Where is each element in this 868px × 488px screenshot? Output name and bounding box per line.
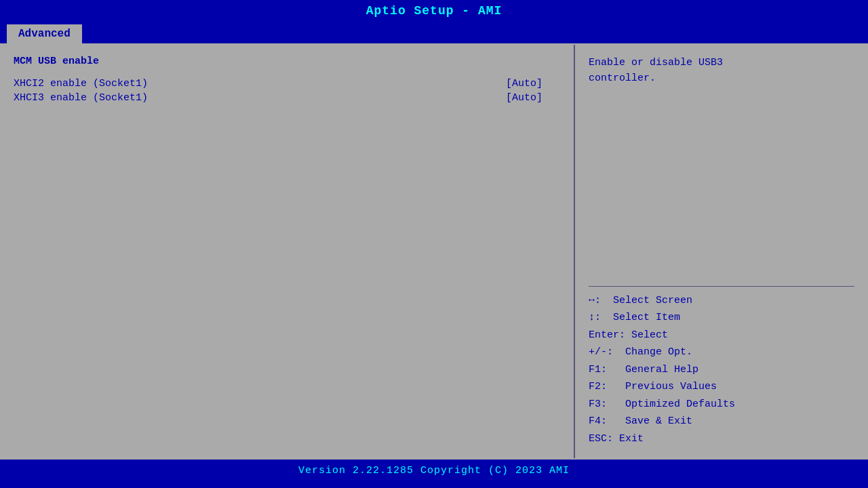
key-binding-select-item: ↕: Select Item bbox=[589, 309, 854, 327]
right-panel: Enable or disable USB3controller. ↔: Sel… bbox=[575, 45, 868, 458]
setting-label-xhci2: XHCI2 enable (Socket1) bbox=[14, 78, 506, 89]
main-content: MCM USB enable XHCI2 enable (Socket1) [A… bbox=[0, 43, 868, 458]
footer-text: Version 2.22.1285 Copyright (C) 2023 AMI bbox=[298, 465, 570, 476]
key-binding-enter: Enter: Select bbox=[589, 327, 854, 344]
key-help: ↔: Select Screen ↕: Select Item Enter: S… bbox=[589, 292, 854, 448]
app-title: Aptio Setup - AMI bbox=[0, 0, 868, 22]
tab-bar: Advanced bbox=[0, 22, 868, 43]
key-binding-select-screen: ↔: Select Screen bbox=[589, 292, 854, 310]
setting-value-xhci3: [Auto] bbox=[506, 92, 560, 104]
tab-advanced[interactable]: Advanced bbox=[7, 24, 82, 43]
title-text: Aptio Setup - AMI bbox=[366, 4, 502, 18]
key-binding-change-opt: +/-: Change Opt. bbox=[589, 344, 854, 361]
footer: Version 2.22.1285 Copyright (C) 2023 AMI bbox=[0, 458, 868, 481]
key-binding-f2: F2: Previous Values bbox=[589, 378, 854, 396]
key-binding-f1: F1: General Help bbox=[589, 361, 854, 379]
setting-label-xhci3: XHCI3 enable (Socket1) bbox=[14, 92, 506, 104]
left-panel: MCM USB enable XHCI2 enable (Socket1) [A… bbox=[0, 45, 575, 458]
key-binding-f3: F3: Optimized Defaults bbox=[589, 396, 854, 413]
key-binding-f4: F4: Save & Exit bbox=[589, 413, 854, 430]
section-title: MCM USB enable bbox=[14, 56, 560, 67]
setting-row-xhci2[interactable]: XHCI2 enable (Socket1) [Auto] bbox=[14, 78, 560, 89]
setting-row-xhci3[interactable]: XHCI3 enable (Socket1) [Auto] bbox=[14, 92, 560, 104]
divider bbox=[589, 286, 854, 287]
key-binding-esc: ESC: Exit bbox=[589, 430, 854, 448]
help-text: Enable or disable USB3controller. bbox=[589, 56, 854, 281]
setting-value-xhci2: [Auto] bbox=[506, 78, 560, 89]
